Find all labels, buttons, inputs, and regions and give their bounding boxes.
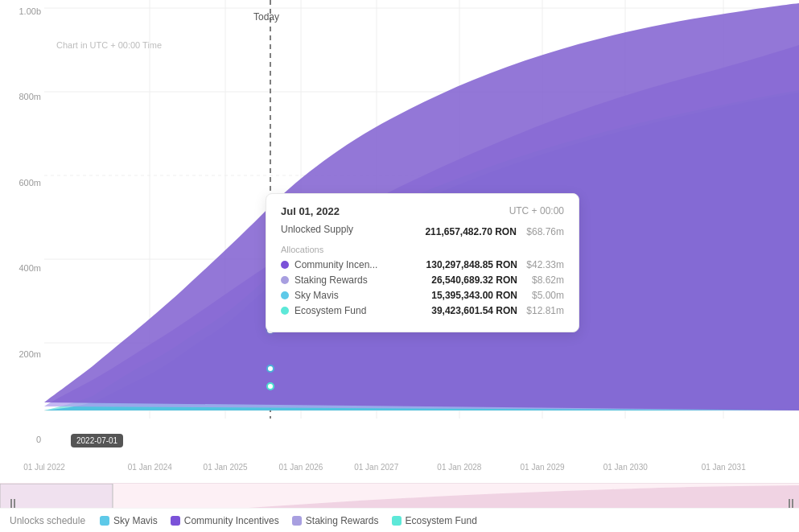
x-label-3: 01 Jan 2026: [278, 463, 323, 472]
x-label-6: 01 Jan 2029: [521, 463, 565, 472]
legend-item: Sky Mavis: [100, 515, 158, 526]
x-label-0: 01 Jul 2022: [23, 463, 65, 472]
legend-item: Staking Rewards: [292, 515, 379, 526]
x-label-5: 01 Jan 2028: [437, 463, 481, 472]
date-bubble: 2022-07-01: [71, 434, 123, 447]
svg-point-17: [267, 383, 274, 390]
x-axis: 01 Jul 2022 01 Jan 2024 01 Jan 2025 01 J…: [44, 451, 799, 483]
y-label-400m: 400m: [19, 263, 41, 273]
legend-item: Ecosystem Fund: [392, 515, 477, 526]
chart-container: 1.00b 800m 600m 400m 200m 0 Chart in UTC…: [0, 0, 799, 483]
tooltip-supply-value: 211,657,482.70 RON: [425, 226, 516, 237]
x-label-8: 01 Jan 2031: [702, 463, 746, 472]
y-label-0: 0: [36, 435, 41, 444]
svg-point-16: [267, 365, 274, 372]
tooltip-alloc-rows: Community Incen... 130,297,848.85 RON $4…: [281, 259, 564, 316]
legend-label: Unlocks schedule: [10, 515, 85, 526]
tooltip-supply-usd: $68.76m: [526, 226, 564, 237]
tooltip-supply-row: Unlocked Supply 211,657,482.70 RON $68.7…: [281, 224, 564, 238]
tooltip: Jul 01, 2022 UTC + 00:00 Unlocked Supply…: [266, 193, 579, 332]
tooltip-alloc-item: Staking Rewards 26,540,689.32 RON $8.62m: [281, 274, 564, 286]
tooltip-alloc-item: Ecosystem Fund 39,423,601.54 RON $12.81m: [281, 305, 564, 316]
y-label-200m: 200m: [19, 349, 41, 359]
tooltip-alloc-title: Allocations: [281, 245, 564, 254]
legend: Unlocks schedule Sky Mavis Community Inc…: [0, 508, 799, 532]
today-label: Today: [253, 11, 279, 23]
tooltip-alloc-item: Sky Mavis 15,395,343.00 RON $5.00m: [281, 290, 564, 301]
legend-item: Community Incentives: [171, 515, 279, 526]
tooltip-tz: UTC + 00:00: [509, 205, 564, 217]
x-label-1: 01 Jan 2024: [128, 463, 172, 472]
legend-items: Sky Mavis Community Incentives Staking R…: [100, 515, 477, 526]
y-label-800m: 800m: [19, 92, 41, 101]
y-axis: 1.00b 800m 600m 400m 200m 0: [0, 0, 44, 451]
x-label-7: 01 Jan 2030: [603, 463, 648, 472]
tooltip-date: Jul 01, 2022: [281, 205, 340, 217]
tooltip-alloc-item: Community Incen... 130,297,848.85 RON $4…: [281, 259, 564, 270]
x-label-2: 01 Jan 2025: [204, 463, 248, 472]
y-label-1b: 1.00b: [19, 6, 41, 16]
y-label-600m: 600m: [19, 178, 41, 188]
tooltip-supply-label: Unlocked Supply: [281, 224, 353, 238]
x-label-4: 01 Jan 2027: [354, 463, 398, 472]
tooltip-header: Jul 01, 2022 UTC + 00:00: [281, 205, 564, 217]
